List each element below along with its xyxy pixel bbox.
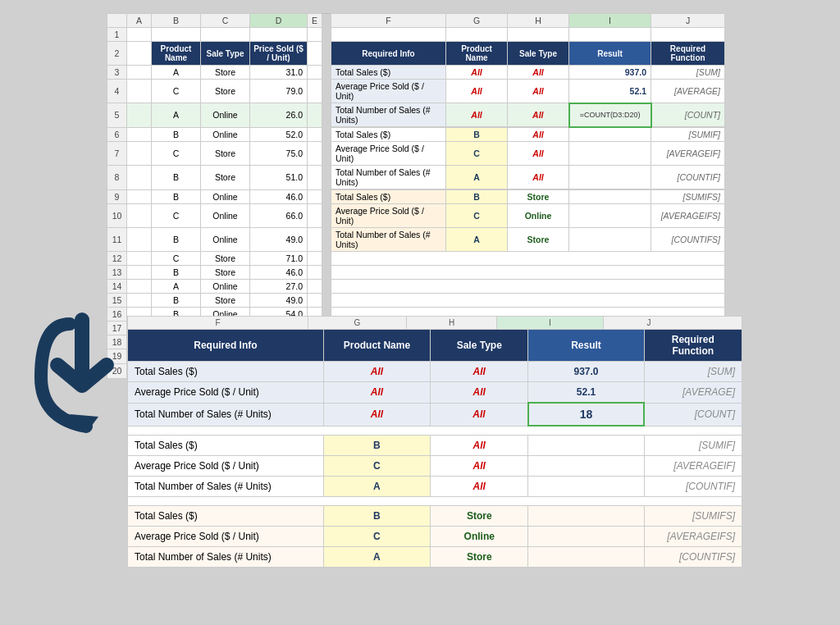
top-h6: All [508, 127, 569, 142]
top-j11: [COUNTIFS] [651, 228, 725, 252]
cell-c14: Online [201, 280, 250, 294]
top-h4: All [508, 80, 569, 103]
top-header-required-fn: Required Function [651, 42, 725, 66]
top-f4: Average Price Sold ($ / Unit) [331, 80, 446, 103]
row-num-13: 13 [107, 266, 127, 280]
bottom-f1-3: Total Number of Sales (# Units) [128, 403, 324, 426]
cell-b11: B [152, 228, 201, 252]
cell-d7: 75.0 [250, 142, 308, 166]
top-j5: [COUNT] [651, 103, 725, 128]
cell-b5: A [152, 103, 201, 128]
cell-d12: 71.0 [250, 252, 308, 266]
row-num-1: 1 [107, 28, 127, 42]
cell-c1 [201, 28, 250, 42]
top-i3: 937.0 [569, 66, 651, 80]
cell-c13: Store [201, 266, 250, 280]
bottom-g1-1: All [323, 362, 430, 382]
cell-d10: 66.0 [250, 204, 308, 228]
spacer-2 [128, 497, 742, 506]
bottom-j3-1: [SUMIFS] [644, 506, 742, 527]
header-product-name: Product Name [152, 42, 201, 66]
gap-5 [322, 103, 331, 128]
col-b: B [152, 14, 201, 28]
cell-c11: Online [201, 228, 250, 252]
gap [322, 14, 331, 28]
top-f3: Total Sales ($) [331, 66, 446, 80]
bottom-h2-3: All [431, 477, 528, 497]
gap-9 [322, 189, 331, 204]
cell-d9: 46.0 [250, 189, 308, 204]
top-h9: Store [508, 189, 569, 204]
cell-e15 [308, 294, 322, 308]
cell-g1 [446, 28, 508, 42]
gap-6 [322, 127, 331, 142]
top-g6: B [446, 127, 508, 142]
top-j7: [AVERAGEIF] [651, 142, 725, 166]
gap-3 [322, 66, 331, 80]
bottom-h3-2: Online [431, 527, 528, 547]
top-i4: 52.1 [569, 80, 651, 103]
cell-e7 [308, 142, 322, 166]
bottom-f1-1: Total Sales ($) [128, 362, 324, 382]
top-j9: [SUMIFS] [651, 189, 725, 204]
cell-c12: Store [201, 252, 250, 266]
bottom-j1-2: [AVERAGE] [644, 382, 742, 404]
top-f5: Total Number of Sales (# Units) [331, 103, 446, 128]
cell-d13: 46.0 [250, 266, 308, 280]
cell-b7: C [152, 142, 201, 166]
bottom-header-sale-type: Sale Type [431, 330, 528, 362]
bottom-f3-2: Average Price Sold ($ / Unit) [128, 527, 324, 547]
bottom-h1-3: All [431, 403, 528, 426]
cell-d4: 79.0 [250, 80, 308, 103]
top-i9 [569, 189, 651, 204]
bottom-g3-2: C [323, 527, 430, 547]
bottom-f2-1: Total Sales ($) [128, 436, 324, 456]
row-num-8: 8 [107, 166, 127, 190]
gap-7 [322, 142, 331, 166]
cell-d14: 27.0 [250, 280, 308, 294]
cell-a9 [127, 189, 152, 204]
bottom-col-j-header: J [604, 317, 694, 329]
bottom-j1-1: [SUM] [644, 362, 742, 382]
top-i5-formula: =COUNT(D3:D20) [569, 103, 651, 128]
bottom-col-g-header: G [308, 317, 407, 329]
top-header-required-info: Required Info [331, 42, 446, 66]
top-f11: Total Number of Sales (# Units) [331, 228, 446, 252]
gap-10 [322, 204, 331, 228]
bottom-g2-1: B [323, 436, 430, 456]
cell-e5 [308, 103, 322, 128]
gap-4 [322, 80, 331, 103]
col-f: F [331, 14, 446, 28]
cell-e12 [308, 252, 322, 266]
top-j4: [AVERAGE] [651, 80, 725, 103]
cell-c3: Store [201, 66, 250, 80]
bottom-g2-3: A [323, 477, 430, 497]
cell-e13 [308, 266, 322, 280]
cell-b12: C [152, 252, 201, 266]
top-j8: [COUNTIF] [651, 166, 725, 190]
bottom-i3-1 [528, 506, 644, 527]
cell-e1 [308, 28, 322, 42]
row-num-2: 2 [107, 42, 127, 66]
top-g10: C [446, 204, 508, 228]
cell-d8: 51.0 [250, 166, 308, 190]
down-arrow-icon [25, 312, 123, 435]
cell-b13: B [152, 266, 201, 280]
cell-h1 [508, 28, 569, 42]
bottom-h3-3: Store [431, 547, 528, 568]
cell-i1 [569, 28, 651, 42]
bottom-col-h-header: H [407, 317, 497, 329]
top-g3: All [446, 66, 508, 80]
top-f7: Average Price Sold ($ / Unit) [331, 142, 446, 166]
col-g: G [446, 14, 508, 28]
row-num-3: 3 [107, 66, 127, 80]
bottom-f2-2: Average Price Sold ($ / Unit) [128, 456, 324, 477]
top-g11: A [446, 228, 508, 252]
bottom-j2-1: [SUMIF] [644, 436, 742, 456]
bottom-h1-2: All [431, 382, 528, 404]
cell-d15: 49.0 [250, 294, 308, 308]
cell-j1 [651, 28, 725, 42]
cell-e10 [308, 204, 322, 228]
cell-d6: 52.0 [250, 127, 308, 142]
top-j6: [SUMIF] [651, 127, 725, 142]
